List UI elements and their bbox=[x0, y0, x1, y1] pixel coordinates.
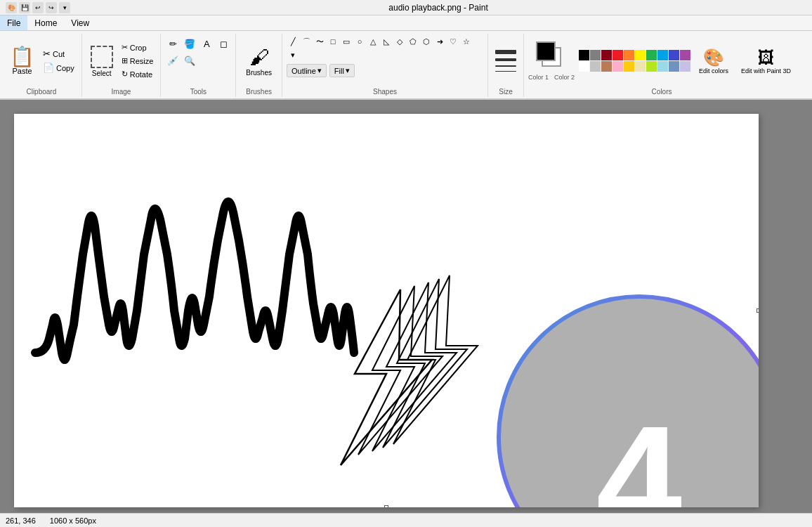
color-swatch-r1-c1[interactable] bbox=[579, 50, 589, 60]
menu-home[interactable]: Home bbox=[27, 15, 64, 30]
shapes-grid: ╱ ⌒ 〜 □ ▭ ○ △ ◺ ◇ ⬠ ⬡ ➜ ♡ ☆ ▾ bbox=[287, 35, 483, 61]
outline-chevron: ▾ bbox=[317, 66, 322, 75]
color-swatch-r2-c6[interactable] bbox=[635, 61, 646, 72]
menu-file[interactable]: File bbox=[0, 15, 27, 30]
copy-button[interactable]: 📄 Copy bbox=[40, 61, 77, 74]
color-swatch-r2-c9[interactable] bbox=[669, 61, 679, 72]
canvas-svg: 4 bbox=[14, 114, 759, 507]
dropdown-quick-icon[interactable]: ▾ bbox=[59, 2, 70, 13]
menu-view[interactable]: View bbox=[64, 15, 96, 30]
text-tool[interactable]: A bbox=[199, 37, 214, 52]
color-swatch-r2-c8[interactable] bbox=[657, 61, 668, 72]
image-tools: ✂ Crop ⊞ Resize ↻ Rotate bbox=[119, 41, 157, 80]
color-swatch-r1-c2[interactable] bbox=[590, 50, 601, 60]
color-swatch-r1-c5[interactable] bbox=[624, 50, 634, 60]
cut-icon: ✂ bbox=[43, 48, 51, 59]
tools-grid: ✏ 🪣 A ◻ 💉 🔍 bbox=[165, 37, 231, 86]
magnify-tool[interactable]: 🔍 bbox=[182, 53, 197, 69]
size-line-1[interactable] bbox=[495, 50, 516, 54]
edit-colors-button[interactable]: 🎨 Edit colors bbox=[695, 45, 733, 77]
ribbon: 📋 Paste ✂ Cut 📄 Copy Clipboard Select bbox=[0, 31, 812, 100]
undo-icon[interactable]: ↩ bbox=[32, 2, 44, 13]
shapes-group: ╱ ⌒ 〜 □ ▭ ○ △ ◺ ◇ ⬠ ⬡ ➜ ♡ ☆ ▾ Outline ▾ bbox=[282, 34, 488, 97]
brushes-content: 🖌 Brushes bbox=[240, 35, 277, 86]
fill-dropdown[interactable]: Fill ▾ bbox=[329, 64, 355, 77]
shape-diamond[interactable]: ◇ bbox=[393, 35, 406, 48]
shape-freeform[interactable]: 〜 bbox=[313, 35, 326, 48]
paste-label: Paste bbox=[12, 67, 32, 75]
select-tool-button[interactable]: Select bbox=[86, 41, 117, 80]
color-swatch-r2-c10[interactable] bbox=[680, 61, 690, 72]
pencil-tool[interactable]: ✏ bbox=[165, 37, 181, 52]
color-swatch-r2-c7[interactable] bbox=[646, 61, 657, 72]
color1-box[interactable] bbox=[536, 41, 556, 61]
shape-arrow-right[interactable]: ➜ bbox=[433, 35, 446, 48]
size-label: Size bbox=[499, 88, 512, 96]
eraser-tool[interactable]: ◻ bbox=[216, 37, 231, 52]
outline-dropdown[interactable]: Outline ▾ bbox=[287, 64, 327, 77]
color-swatch-r2-c1[interactable] bbox=[579, 61, 589, 72]
brushes-button[interactable]: 🖌 Brushes bbox=[240, 43, 277, 79]
resize-icon: ⊞ bbox=[122, 56, 128, 65]
size-line-4[interactable] bbox=[495, 71, 516, 72]
size-line-2[interactable] bbox=[495, 58, 516, 61]
size-line-3[interactable] bbox=[495, 65, 516, 67]
select-label: Select bbox=[92, 70, 112, 77]
color-palette bbox=[579, 50, 690, 72]
fill-label: Fill bbox=[334, 67, 344, 75]
eyedropper-tool[interactable]: 💉 bbox=[165, 53, 181, 69]
color-swatch-r1-c7[interactable] bbox=[646, 50, 657, 60]
size-group: Size bbox=[488, 34, 524, 97]
paint-canvas[interactable]: 4 bbox=[14, 114, 759, 507]
shape-curve[interactable]: ⌒ bbox=[300, 35, 313, 48]
shape-heart[interactable]: ♡ bbox=[447, 35, 459, 48]
image-content: Select ✂ Crop ⊞ Resize ↻ Rotate bbox=[86, 35, 157, 86]
crop-button[interactable]: ✂ Crop bbox=[119, 41, 157, 53]
resize-button[interactable]: ⊞ Resize bbox=[119, 55, 157, 67]
cut-button[interactable]: ✂ Cut bbox=[40, 47, 77, 60]
shape-star[interactable]: ☆ bbox=[460, 35, 473, 48]
image-label: Image bbox=[112, 88, 131, 96]
tools-content: ✏ 🪣 A ◻ 💉 🔍 bbox=[165, 35, 231, 86]
paste-button[interactable]: 📋 Paste bbox=[6, 44, 39, 78]
colors-group: Color 1 Color 2 🎨 Edit colors 🖼 Edit wit… bbox=[524, 34, 799, 97]
color-swatch-r1-c9[interactable] bbox=[669, 50, 679, 60]
edit-paint3d-button[interactable]: 🖼 Edit with Paint 3D bbox=[737, 45, 795, 77]
color-swatch-r1-c6[interactable] bbox=[635, 50, 646, 60]
resize-label: Resize bbox=[130, 57, 154, 65]
fill-tool[interactable]: 🪣 bbox=[182, 37, 197, 52]
tools-group: ✏ 🪣 A ◻ 💉 🔍 Tools bbox=[161, 34, 236, 97]
color-swatch-r1-c3[interactable] bbox=[601, 50, 612, 60]
shape-righttriangle[interactable]: ◺ bbox=[380, 35, 393, 48]
color-labels: Color 1 Color 2 bbox=[528, 74, 575, 81]
shape-roundrect[interactable]: ▭ bbox=[340, 35, 353, 48]
color-swatch-r2-c2[interactable] bbox=[590, 61, 601, 72]
color-swatch-r2-c3[interactable] bbox=[601, 61, 612, 72]
shape-pentagon[interactable]: ⬠ bbox=[407, 35, 419, 48]
color-swatch-r1-c4[interactable] bbox=[613, 50, 623, 60]
shape-line[interactable]: ╱ bbox=[287, 35, 299, 48]
color-boxes-stacked bbox=[536, 41, 567, 72]
shapes-content: ╱ ⌒ 〜 □ ▭ ○ △ ◺ ◇ ⬠ ⬡ ➜ ♡ ☆ ▾ Outline ▾ bbox=[287, 35, 483, 86]
shape-ellipse[interactable]: ○ bbox=[353, 35, 366, 48]
color-swatch-r1-c10[interactable] bbox=[680, 50, 690, 60]
shape-more[interactable]: ▾ bbox=[287, 48, 299, 61]
redo-icon[interactable]: ↪ bbox=[46, 2, 57, 13]
color-swatch-r2-c4[interactable] bbox=[613, 61, 623, 72]
edit-colors-icon: 🎨 bbox=[703, 48, 724, 67]
shape-rect[interactable]: □ bbox=[327, 35, 339, 48]
shape-triangle[interactable]: △ bbox=[367, 35, 379, 48]
title-bar-left: 🎨 💾 ↩ ↪ ▾ bbox=[6, 2, 70, 13]
edit-paint3d-icon: 🖼 bbox=[758, 48, 775, 67]
save-quick-icon[interactable]: 💾 bbox=[19, 2, 30, 13]
rotate-button[interactable]: ↻ Rotate bbox=[119, 68, 157, 80]
app-icon: 🎨 bbox=[6, 2, 17, 13]
color-swatch-r1-c8[interactable] bbox=[657, 50, 668, 60]
shape-hexagon[interactable]: ⬡ bbox=[420, 35, 433, 48]
rotate-label: Rotate bbox=[130, 70, 152, 79]
tools-label: Tools bbox=[190, 88, 207, 96]
color1-label: Color 1 bbox=[528, 74, 549, 81]
window-title: audio playback.png - Paint bbox=[70, 3, 806, 13]
color-swatch-r2-c5[interactable] bbox=[624, 61, 634, 72]
crop-icon: ✂ bbox=[122, 43, 128, 52]
